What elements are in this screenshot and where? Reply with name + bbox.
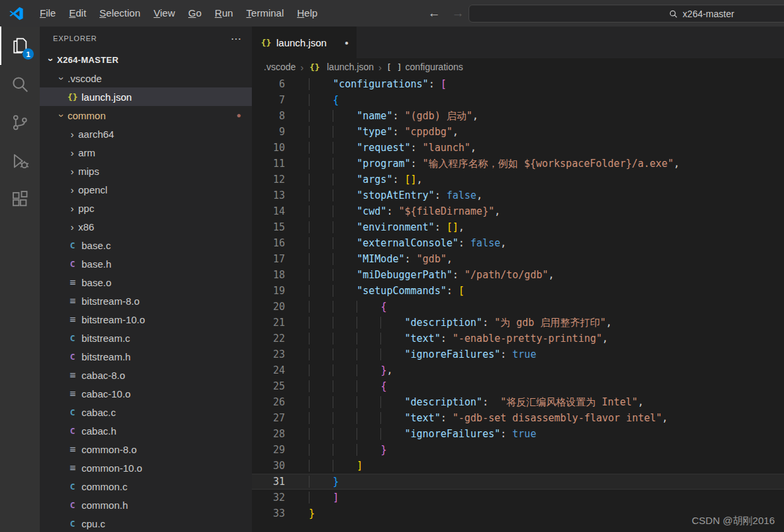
code-line-25[interactable]: 25 { [252,378,784,394]
modified-dot-icon[interactable]: ● [345,39,349,46]
line-number[interactable]: 15 [252,219,285,235]
file-bitstream.c[interactable]: Cbitstream.c [40,329,252,347]
activity-explorer[interactable]: 1 [0,27,40,65]
code-line-7[interactable]: 7 { [252,92,784,108]
activity-run-debug[interactable] [0,142,40,180]
folder-aarch64[interactable]: ›aarch64 [40,125,252,143]
file-bitstream.h[interactable]: Cbitstream.h [40,347,252,366]
forward-button[interactable]: → [450,6,466,21]
line-number[interactable]: 24 [252,362,285,378]
line-number[interactable]: 18 [252,267,285,283]
code-line-12[interactable]: 12 "args": [], [252,172,784,187]
code-line-21[interactable]: 21 "description": "为 gdb 启用整齐打印", [252,315,784,331]
file-common.h[interactable]: Ccommon.h [40,496,252,514]
activity-search[interactable] [0,65,40,103]
line-number[interactable]: 17 [252,251,285,267]
line-number[interactable]: 30 [252,458,285,474]
line-number[interactable]: 8 [252,108,285,124]
folder-common[interactable]: ›common● [40,106,252,125]
code-line-22[interactable]: 22 "text": "-enable-pretty-printing", [252,331,784,346]
tab-launch-json[interactable]: {} launch.json ● [252,27,357,58]
line-number[interactable]: 19 [252,283,285,299]
menu-help[interactable]: Help [290,4,324,23]
code-line-29[interactable]: 29 } [252,442,784,458]
code-line-28[interactable]: 28 "ignoreFailures": true [252,426,784,442]
file-cabac-10.o[interactable]: ≡cabac-10.o [40,384,252,403]
file-cabac-8.o[interactable]: ≡cabac-8.o [40,366,252,384]
command-center-search[interactable]: x264-master [469,5,784,23]
code-line-16[interactable]: 16 "externalConsole": false, [252,235,784,251]
file-common-8.o[interactable]: ≡common-8.o [40,440,252,458]
code-line-32[interactable]: 32 ] [252,490,784,505]
code-line-23[interactable]: 23 "ignoreFailures": true [252,346,784,362]
line-number[interactable]: 21 [252,315,285,331]
line-number[interactable]: 14 [252,203,285,219]
menu-selection[interactable]: Selection [93,4,147,23]
folder-opencl[interactable]: ›opencl [40,180,252,199]
folder-x264-master[interactable]: ›X264-MASTER [40,50,252,69]
code-line-9[interactable]: 9 "type": "cppdbg", [252,124,784,140]
code-line-6[interactable]: 6 "configurations": [ [252,76,784,92]
line-number[interactable]: 26 [252,394,285,410]
breadcrumb--vscode[interactable]: .vscode [264,62,296,72]
line-number[interactable]: 12 [252,172,285,187]
line-number[interactable]: 25 [252,378,285,394]
folder-.vscode[interactable]: ›.vscode [40,69,252,87]
breadcrumb-configurations[interactable]: [ ]configurations [386,62,463,72]
code-line-15[interactable]: 15 "environment": [], [252,219,784,235]
menu-edit[interactable]: Edit [62,4,93,23]
code-line-18[interactable]: 18 "miDebuggerPath": "/path/to/gdb", [252,267,784,283]
line-number[interactable]: 13 [252,187,285,203]
menu-file[interactable]: File [33,4,62,23]
folder-mips[interactable]: ›mips [40,162,252,180]
file-bitstream-10.o[interactable]: ≡bitstream-10.o [40,310,252,329]
file-common.c[interactable]: Ccommon.c [40,477,252,496]
code-line-19[interactable]: 19 "setupCommands": [ [252,283,784,299]
menu-go[interactable]: Go [182,4,208,23]
line-number[interactable]: 27 [252,410,285,426]
code-line-10[interactable]: 10 "request": "launch", [252,140,784,156]
code-line-17[interactable]: 17 "MIMode": "gdb", [252,251,784,267]
line-number[interactable]: 28 [252,426,285,442]
breadcrumb-launch-json[interactable]: {}launch.json [308,62,374,72]
line-number[interactable]: 31 [252,474,285,490]
more-actions-icon[interactable]: ⋯ [231,32,241,45]
line-number[interactable]: 9 [252,124,285,140]
line-number[interactable]: 29 [252,442,285,458]
file-base.o[interactable]: ≡base.o [40,273,252,292]
line-number[interactable]: 11 [252,156,285,172]
file-launch.json[interactable]: {}launch.json [40,87,252,106]
file-base.h[interactable]: Cbase.h [40,254,252,273]
activity-extensions[interactable] [0,180,40,219]
line-number[interactable]: 32 [252,490,285,505]
line-number[interactable]: 23 [252,346,285,362]
folder-ppc[interactable]: ›ppc [40,199,252,217]
code-line-14[interactable]: 14 "cwd": "${fileDirname}", [252,203,784,219]
folder-arm[interactable]: ›arm [40,143,252,162]
code-line-27[interactable]: 27 "text": "-gdb-set disassembly-flavor … [252,410,784,426]
file-bitstream-8.o[interactable]: ≡bitstream-8.o [40,292,252,310]
file-cabac.c[interactable]: Ccabac.c [40,403,252,421]
code-line-11[interactable]: 11 "program": "输入程序名称，例如 ${workspaceFold… [252,156,784,172]
line-number[interactable]: 6 [252,76,285,92]
file-cpu.c[interactable]: Ccpu.c [40,514,252,532]
line-number[interactable]: 22 [252,331,285,346]
menu-terminal[interactable]: Terminal [240,4,291,23]
code-line-31[interactable]: 31 } [252,474,784,490]
code-line-30[interactable]: 30 ] [252,458,784,474]
menu-view[interactable]: View [147,4,182,23]
file-base.c[interactable]: Cbase.c [40,236,252,254]
folder-x86[interactable]: ›x86 [40,217,252,236]
menu-run[interactable]: Run [208,4,240,23]
code-line-20[interactable]: 20 { [252,299,784,315]
line-number[interactable]: 20 [252,299,285,315]
line-number[interactable]: 7 [252,92,285,108]
line-number[interactable]: 10 [252,140,285,156]
line-number[interactable]: 33 [252,505,285,521]
activity-source-control[interactable] [0,103,40,142]
code-line-8[interactable]: 8 "name": "(gdb) 启动", [252,108,784,124]
code-line-13[interactable]: 13 "stopAtEntry": false, [252,187,784,203]
file-cabac.h[interactable]: Ccabac.h [40,421,252,440]
code-line-26[interactable]: 26 "description": "将反汇编风格设置为 Intel", [252,394,784,410]
line-number[interactable]: 16 [252,235,285,251]
